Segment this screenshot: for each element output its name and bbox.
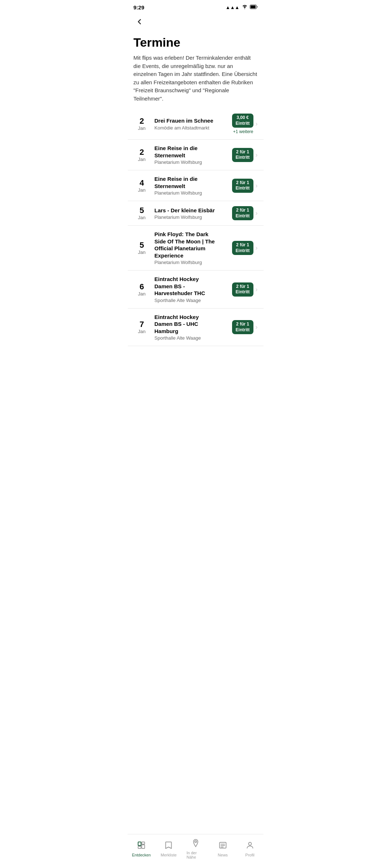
- event-month: Jan: [138, 215, 146, 220]
- event-date: 4 Jan: [134, 179, 150, 193]
- back-arrow-icon: [135, 17, 144, 28]
- event-location: Planetarium Wolfsburg: [155, 190, 218, 196]
- event-date: 5 Jan: [134, 241, 150, 255]
- chevron-right-icon: ›: [256, 209, 258, 217]
- event-day: 5: [139, 241, 144, 250]
- event-date: 2 Jan: [134, 148, 150, 162]
- content-area: Termine Mit flips was erleben! Der Termi…: [128, 31, 264, 375]
- status-icons: ▲▲▲: [226, 5, 258, 10]
- event-location: Sporthalle Alte Waage: [155, 298, 218, 303]
- event-extra: +1 weitere: [233, 129, 253, 134]
- event-month: Jan: [138, 250, 146, 255]
- event-info: Eine Reise in die Sternenwelt Planetariu…: [155, 175, 218, 196]
- event-date: 2 Jan: [134, 117, 150, 131]
- event-badge: 2 für 1 Eintritt: [232, 282, 253, 297]
- event-badge: 2 für 1 Eintritt: [232, 206, 253, 220]
- event-badge-area: 2 für 1 Eintritt: [221, 282, 253, 297]
- event-title: Eine Reise in die Sternenwelt: [155, 145, 218, 159]
- event-badge: 2 für 1 Eintritt: [232, 241, 253, 255]
- event-title: Lars - Der kleine Eisbär: [155, 207, 218, 214]
- chevron-right-icon: ›: [256, 120, 258, 128]
- events-list: 2 Jan Drei Frauen im Schnee Komödie am A…: [128, 109, 264, 346]
- svg-point-0: [244, 8, 245, 9]
- event-day: 2: [139, 117, 144, 125]
- event-badge-area: 2 für 1 Eintritt: [221, 206, 253, 220]
- event-info: Eintracht Hockey Damen BS - UHC Hamburg …: [155, 314, 218, 341]
- event-month: Jan: [138, 291, 146, 297]
- event-location: Planetarium Wolfsburg: [155, 159, 218, 165]
- event-location: Planetarium Wolfsburg: [155, 260, 218, 265]
- event-item[interactable]: 7 Jan Eintracht Hockey Damen BS - UHC Ha…: [128, 309, 264, 346]
- event-month: Jan: [138, 329, 146, 334]
- back-button[interactable]: [134, 16, 145, 30]
- event-month: Jan: [138, 187, 146, 193]
- event-date: 5 Jan: [134, 206, 150, 220]
- event-title: Eine Reise in die Sternenwelt: [155, 175, 218, 190]
- event-title: Eintracht Hockey Damen BS - UHC Hamburg: [155, 314, 218, 335]
- chevron-right-icon: ›: [256, 182, 258, 190]
- event-item[interactable]: 2 Jan Eine Reise in die Sternenwelt Plan…: [128, 140, 264, 170]
- event-title: Drei Frauen im Schnee: [155, 117, 218, 124]
- event-info: Pink Floyd: The Dark Side Of The Moon | …: [155, 231, 218, 265]
- event-badge-area: 2 für 1 Eintritt: [221, 148, 253, 162]
- event-day: 6: [139, 282, 144, 291]
- event-item[interactable]: 5 Jan Pink Floyd: The Dark Side Of The M…: [128, 226, 264, 271]
- event-badge: 2 für 1 Eintritt: [232, 148, 253, 162]
- header: [128, 13, 264, 31]
- wifi-icon: [242, 5, 248, 10]
- event-badge-area: 2 für 1 Eintritt: [221, 179, 253, 193]
- event-location: Sporthalle Alte Waage: [155, 335, 218, 341]
- event-day: 7: [139, 320, 144, 329]
- event-month: Jan: [138, 125, 146, 131]
- event-badge-area: 2 für 1 Eintritt: [221, 241, 253, 255]
- battery-icon: [250, 5, 258, 10]
- chevron-right-icon: ›: [256, 286, 258, 293]
- status-time: 9:29: [134, 4, 144, 10]
- event-info: Eintracht Hockey Damen BS - Harvestehude…: [155, 276, 218, 303]
- page-title: Termine: [128, 31, 264, 52]
- event-title: Pink Floyd: The Dark Side Of The Moon | …: [155, 231, 218, 259]
- event-badge-area: 3,00 € Eintritt +1 weitere: [221, 114, 253, 134]
- event-badge: 2 für 1 Eintritt: [232, 179, 253, 193]
- svg-rect-2: [251, 5, 256, 8]
- event-title: Eintracht Hockey Damen BS - Harvestehude…: [155, 276, 218, 297]
- chevron-right-icon: ›: [256, 323, 258, 331]
- event-day: 4: [139, 179, 144, 187]
- event-month: Jan: [138, 157, 146, 162]
- event-info: Drei Frauen im Schnee Komödie am Altstad…: [155, 117, 218, 131]
- event-day: 2: [139, 148, 144, 157]
- event-item[interactable]: 6 Jan Eintracht Hockey Damen BS - Harves…: [128, 271, 264, 309]
- signal-icon: ▲▲▲: [226, 5, 240, 10]
- chevron-right-icon: ›: [256, 151, 258, 159]
- chevron-right-icon: ›: [256, 244, 258, 252]
- event-badge: 3,00 € Eintritt: [232, 114, 253, 128]
- page-description: Mit flips was erleben! Der Terminkalende…: [128, 52, 264, 109]
- event-item[interactable]: 4 Jan Eine Reise in die Sternenwelt Plan…: [128, 170, 264, 201]
- event-info: Eine Reise in die Sternenwelt Planetariu…: [155, 145, 218, 165]
- event-date: 7 Jan: [134, 320, 150, 334]
- event-badge: 2 für 1 Eintritt: [232, 320, 253, 334]
- event-day: 5: [139, 206, 144, 215]
- event-item[interactable]: 5 Jan Lars - Der kleine Eisbär Planetari…: [128, 201, 264, 226]
- event-date: 6 Jan: [134, 282, 150, 297]
- event-badge-area: 2 für 1 Eintritt: [221, 320, 253, 334]
- event-location: Komödie am Altstadtmarkt: [155, 125, 218, 131]
- event-item[interactable]: 2 Jan Drei Frauen im Schnee Komödie am A…: [128, 109, 264, 140]
- event-location: Planetarium Wolfsburg: [155, 214, 218, 220]
- status-bar: 9:29 ▲▲▲: [128, 0, 264, 13]
- event-info: Lars - Der kleine Eisbär Planetarium Wol…: [155, 207, 218, 220]
